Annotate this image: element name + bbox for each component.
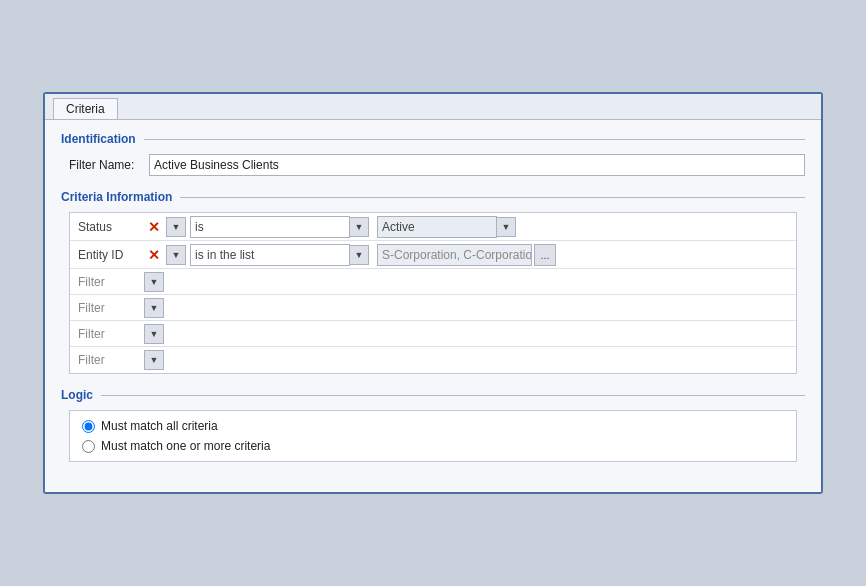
criteria-information-section: Criteria Information Status ✕ ▼ is ▼ <box>61 190 805 374</box>
empty-filter-chevron-4-icon: ▼ <box>150 355 159 365</box>
empty-filter-row-3: Filter ▼ <box>70 321 796 347</box>
empty-filter-dropdown-2[interactable]: ▼ <box>144 298 164 318</box>
empty-filter-label-1: Filter <box>74 275 144 289</box>
entity-id-delete-icon: ✕ <box>148 248 160 262</box>
status-filter-chevron-icon: ▼ <box>172 222 181 232</box>
entity-id-condition-display: is in the list <box>190 244 350 266</box>
empty-filter-chevron-2-icon: ▼ <box>150 303 159 313</box>
logic-label: Logic <box>61 388 805 402</box>
radio-match-all-label: Must match all criteria <box>101 419 218 433</box>
empty-filter-dropdown-1[interactable]: ▼ <box>144 272 164 292</box>
form-body: Identification Filter Name: Criteria Inf… <box>45 120 821 492</box>
entity-id-delete-button[interactable]: ✕ <box>144 245 164 265</box>
entity-id-condition-dropdown-button[interactable]: ▼ <box>349 245 369 265</box>
filter-name-label: Filter Name: <box>69 158 149 172</box>
empty-filter-dropdown-3[interactable]: ▼ <box>144 324 164 344</box>
tab-criteria[interactable]: Criteria <box>53 98 118 119</box>
logic-match-one-row: Must match one or more criteria <box>82 439 784 453</box>
status-value-chevron-icon: ▼ <box>502 222 511 232</box>
empty-filter-row-1: Filter ▼ <box>70 269 796 295</box>
entity-id-filter-label: Entity ID <box>74 248 144 262</box>
status-value-dropdown-button[interactable]: ▼ <box>496 217 516 237</box>
radio-match-one-label: Must match one or more criteria <box>101 439 270 453</box>
empty-filter-chevron-1-icon: ▼ <box>150 277 159 287</box>
status-condition-display: is <box>190 216 350 238</box>
logic-match-all-row: Must match all criteria <box>82 419 784 433</box>
main-panel: Criteria Identification Filter Name: Cri… <box>43 92 823 494</box>
logic-section: Logic Must match all criteria Must match… <box>61 388 805 462</box>
criteria-table: Status ✕ ▼ is ▼ Active <box>69 212 797 374</box>
filter-name-row: Filter Name: <box>69 154 805 176</box>
filter-name-input[interactable] <box>149 154 805 176</box>
radio-match-one[interactable] <box>82 440 95 453</box>
status-condition-dropdown-button[interactable]: ▼ <box>349 217 369 237</box>
entity-id-filter-chevron-icon: ▼ <box>172 250 181 260</box>
entity-id-browse-button[interactable]: ... <box>534 244 556 266</box>
empty-filter-row-2: Filter ▼ <box>70 295 796 321</box>
empty-filter-label-2: Filter <box>74 301 144 315</box>
entity-id-condition-chevron-icon: ▼ <box>355 250 364 260</box>
empty-filter-dropdown-4[interactable]: ▼ <box>144 350 164 370</box>
empty-filter-label-4: Filter <box>74 353 144 367</box>
criteria-row-entity-id: Entity ID ✕ ▼ is in the list ▼ S-Co <box>70 241 796 269</box>
tab-bar: Criteria <box>45 94 821 120</box>
status-filter-dropdown-button[interactable]: ▼ <box>166 217 186 237</box>
status-delete-icon: ✕ <box>148 220 160 234</box>
empty-filter-chevron-3-icon: ▼ <box>150 329 159 339</box>
radio-match-all[interactable] <box>82 420 95 433</box>
empty-filter-label-3: Filter <box>74 327 144 341</box>
criteria-row-status: Status ✕ ▼ is ▼ Active <box>70 213 796 241</box>
status-delete-button[interactable]: ✕ <box>144 217 164 237</box>
criteria-information-label: Criteria Information <box>61 190 805 204</box>
empty-filter-row-4: Filter ▼ <box>70 347 796 373</box>
identification-label: Identification <box>61 132 805 146</box>
browse-icon: ... <box>540 249 549 261</box>
entity-id-filter-dropdown-button[interactable]: ▼ <box>166 245 186 265</box>
identification-section: Identification Filter Name: <box>61 132 805 176</box>
status-filter-label: Status <box>74 220 144 234</box>
logic-body: Must match all criteria Must match one o… <box>69 410 797 462</box>
status-value-display: Active <box>377 216 497 238</box>
entity-id-value-display: S-Corporation, C-Corporation, Pa <box>377 244 532 266</box>
status-condition-chevron-icon: ▼ <box>355 222 364 232</box>
